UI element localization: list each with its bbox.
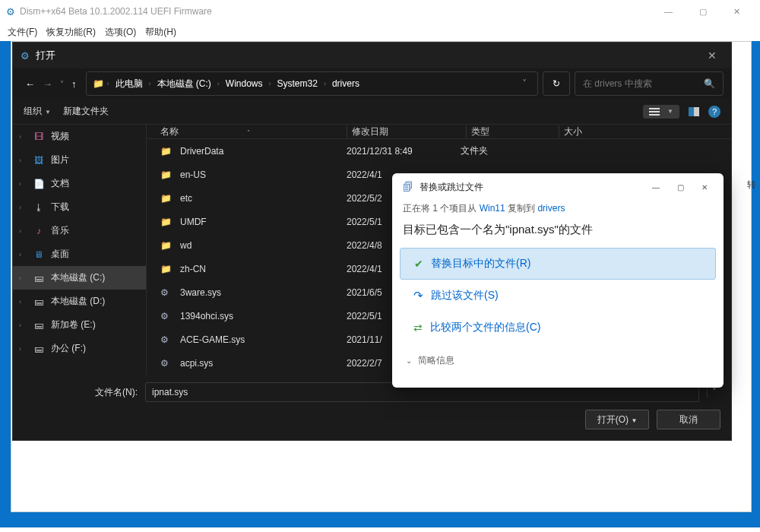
dialog-close-button[interactable]: ✕ (701, 49, 724, 62)
window-title: Dism++x64 Beta 10.1.2002.114 UEFI Firmwa… (20, 6, 651, 17)
less-info-toggle[interactable]: ⌄ 简略信息 (392, 344, 724, 375)
replace-skip-dialog: 🗐 替换或跳过文件 — ▢ ✕ 正在将 1 个项目从 Win11 复制到 dri… (392, 173, 724, 388)
sidebar-item[interactable]: ›🖴本地磁盘 (D:) (13, 290, 146, 313)
help-button[interactable]: ? (708, 106, 720, 118)
back-button[interactable]: ← (25, 78, 35, 90)
cancel-button[interactable]: 取消 (657, 410, 720, 429)
gear-icon: ⚙ (6, 6, 15, 17)
check-icon: ✔ (414, 258, 423, 270)
dialog-gear-icon: ⚙ (21, 50, 30, 62)
filename-dropdown[interactable]: ˅ (707, 387, 720, 397)
column-headers[interactable]: 名称˄ 修改日期 类型 大小 (147, 125, 731, 139)
sidebar-item[interactable]: ›🎞视频 (13, 125, 146, 148)
minimize-button[interactable]: — (651, 0, 686, 23)
menubar: 文件(F) 恢复功能(R) 选项(O) 帮助(H) (0, 23, 760, 41)
recent-dropdown[interactable]: ˅ (60, 80, 64, 88)
truncated-label: 转 (747, 179, 756, 192)
search-icon: 🔍 (704, 78, 715, 89)
crumb-windows[interactable]: Windows (223, 78, 266, 89)
dialog-title: 打开 (36, 49, 701, 62)
sidebar-item[interactable]: ›📄文档 (13, 172, 146, 195)
close-button[interactable]: ✕ (720, 0, 754, 23)
path-dropdown-icon[interactable]: ˅ (518, 78, 531, 89)
conflict-close-button[interactable]: ✕ (693, 178, 716, 196)
refresh-button[interactable]: ↻ (543, 71, 570, 96)
breadcrumb-sep: › (107, 80, 109, 87)
breadcrumb[interactable]: 📁 › 此电脑› 本地磁盘 (C:)› Windows› System32› d… (86, 71, 539, 96)
chevron-down-icon: ⌄ (406, 356, 412, 365)
filename-label: 文件名(N): (24, 386, 138, 399)
conflict-minimize-button[interactable]: — (644, 178, 667, 196)
menu-restore[interactable]: 恢复功能(R) (46, 26, 96, 39)
sidebar-item[interactable]: ›🖥桌面 (13, 242, 146, 266)
open-button[interactable]: 打开(O) ▼ (585, 410, 649, 429)
conflict-maximize-button[interactable]: ▢ (669, 178, 692, 196)
sidebar-item[interactable]: ›🖼图片 (13, 148, 146, 172)
sidebar: ›🎞视频›🖼图片›📄文档›⭳下载›♪音乐›🖥桌面›🖴本地磁盘 (C:)›🖴本地磁… (13, 125, 146, 375)
compare-icon: ⇄ (413, 321, 423, 334)
crumb-drivers[interactable]: drivers (329, 78, 363, 89)
new-folder-button[interactable]: 新建文件夹 (63, 105, 109, 118)
nav-arrows: ← → ˅ ↑ (21, 78, 81, 90)
crumb-c[interactable]: 本地磁盘 (C:) (154, 78, 214, 90)
search-input[interactable]: 在 drivers 中搜索 🔍 (575, 71, 724, 96)
search-placeholder: 在 drivers 中搜索 (583, 78, 652, 90)
folder-icon: 📁 (93, 78, 104, 89)
copy-icon: 🗐 (403, 181, 413, 193)
sort-indicator-icon: ˄ (247, 129, 250, 136)
conflict-title: 替换或跳过文件 (420, 181, 644, 194)
preview-pane-button[interactable] (689, 107, 699, 116)
menu-help[interactable]: 帮助(H) (145, 26, 176, 39)
sidebar-item[interactable]: ›🖴本地磁盘 (C:) (13, 266, 146, 290)
option-replace[interactable]: ✔ 替换目标中的文件(R) (400, 248, 716, 280)
dest-link[interactable]: drivers (537, 203, 565, 214)
sidebar-item[interactable]: ›🖴办公 (F:) (13, 337, 146, 360)
menu-file[interactable]: 文件(F) (8, 26, 37, 39)
crumb-pc[interactable]: 此电脑 (112, 78, 146, 90)
view-mode-button[interactable]: ▼ (643, 105, 679, 119)
crumb-system32[interactable]: System32 (274, 78, 321, 89)
conflict-headline: 目标已包含一个名为"ipnat.sys"的文件 (392, 218, 724, 248)
forward-button[interactable]: → (43, 78, 52, 90)
maximize-button[interactable]: ▢ (686, 0, 720, 23)
skip-icon: ↷ (413, 289, 423, 302)
menu-options[interactable]: 选项(O) (105, 26, 136, 39)
sidebar-item[interactable]: ›🖴新加卷 (E:) (13, 313, 146, 337)
file-row[interactable]: 📁DriverData2021/12/31 8:49文件夹 (147, 139, 731, 163)
main-titlebar: ⚙ Dism++x64 Beta 10.1.2002.114 UEFI Firm… (0, 0, 760, 23)
option-compare[interactable]: ⇄ 比较两个文件的信息(C) (400, 312, 716, 344)
option-skip[interactable]: ↷ 跳过该文件(S) (400, 280, 716, 312)
sidebar-item[interactable]: ›♪音乐 (13, 219, 146, 242)
sidebar-item[interactable]: ›⭳下载 (13, 195, 146, 219)
organize-menu[interactable]: 组织▼ (24, 105, 51, 118)
source-link[interactable]: Win11 (480, 203, 505, 214)
copying-status: 正在将 1 个项目从 Win11 复制到 drivers (392, 196, 724, 218)
up-button[interactable]: ↑ (71, 78, 77, 90)
